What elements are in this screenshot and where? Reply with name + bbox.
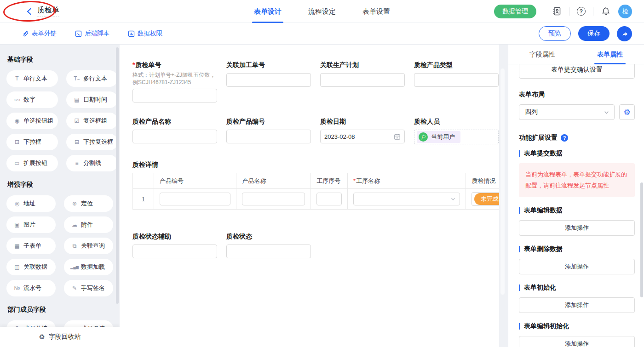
add-operation-button[interactable]: 添加操作 [519, 297, 635, 313]
field-inspect-date[interactable]: 质检日期 2023-02-08 [320, 118, 405, 144]
save-button[interactable]: 保存 [578, 26, 610, 41]
field-item-signature[interactable]: ✎手写签名 [64, 280, 113, 296]
help-icon[interactable]: ? [577, 7, 586, 16]
add-operation-button[interactable]: 添加操作 [519, 220, 635, 236]
checkbox-icon: ☑ [73, 118, 81, 124]
field-item-address[interactable]: ◎地址 [6, 195, 56, 212]
inspect-date-input[interactable]: 2023-02-08 [320, 130, 405, 143]
backend-script-link[interactable]: 后端脚本 [75, 29, 109, 38]
preview-button[interactable]: 预览 [539, 26, 571, 41]
tab-form-properties[interactable]: 表单属性 [597, 45, 623, 64]
field-inspect-detail-subform[interactable]: 质检详情 产品编号 产品名称 工序序号 *工序名称 质检情况 1 [132, 161, 499, 210]
field-status[interactable]: 质检状态 [226, 233, 311, 258]
inspector-input[interactable]: 户 当前用户 [414, 130, 499, 144]
form-external-link[interactable]: 表单外链 [22, 29, 57, 38]
data-permission-link[interactable]: 数据权限 [128, 29, 162, 38]
required-mark: * [132, 61, 135, 68]
field-item-subform[interactable]: ▦子表单 [6, 238, 56, 254]
status-input[interactable] [226, 245, 311, 258]
field-product-no[interactable]: 质检产品编号 [226, 118, 311, 144]
field-item-geolocation[interactable]: ⊕定位 [64, 195, 113, 212]
field-item-radio-group[interactable]: ◉单选按钮组 [6, 113, 58, 129]
field-item-divider[interactable]: ≡分割线 [66, 155, 118, 171]
tab-form-design[interactable]: 表单设计 [254, 0, 282, 23]
product-type-input[interactable] [414, 73, 499, 87]
section-form-submit-data: 表单提交数据 当前为流程表单，表单提交功能扩展的配置，请前往流程发起节点属性 [519, 149, 635, 197]
sidebar-scrollbar[interactable] [116, 47, 119, 304]
subform-row: 1 [133, 189, 499, 209]
field-item-multi-dropdown[interactable]: ⊟下拉复选框 [66, 134, 118, 150]
calendar-icon: ▤ [73, 97, 81, 103]
add-operation-button[interactable]: 添加操作 [519, 336, 635, 347]
product-no-input[interactable] [226, 130, 311, 143]
field-product-type[interactable]: 质检产品类型 [414, 61, 499, 102]
form-title: 质检单 [37, 6, 59, 17]
field-item-datetime[interactable]: ▤日期时间 [66, 91, 118, 108]
field-item-image[interactable]: ▣图片 [6, 216, 56, 233]
product-name-input[interactable] [132, 130, 217, 143]
column-header-inspect-status: 质检情况 [466, 173, 499, 189]
field-recycle-bin[interactable]: ♻ 字段回收站 [0, 327, 120, 347]
field-process-order[interactable]: 关联加工单号 [226, 61, 311, 102]
pen-icon: ✎ [70, 285, 79, 291]
data-manage-button[interactable]: 数据管理 [494, 5, 536, 18]
secondary-toolbar: 表单外链 后端脚本 数据权限 预览 保存 [0, 23, 644, 45]
inspect-no-input[interactable] [132, 89, 217, 102]
product-no-cell-input[interactable] [160, 193, 231, 205]
help-badge-icon[interactable]: ? [561, 134, 568, 142]
layout-select[interactable]: 四列 [519, 104, 615, 120]
process-order-input[interactable] [226, 73, 311, 87]
tab-form-setting[interactable]: 表单设置 [362, 0, 390, 23]
column-header-process-name: *工序名称 [348, 173, 466, 189]
contacts-book-icon[interactable] [552, 6, 562, 17]
field-item-extend-button[interactable]: ▭扩展按钮 [6, 155, 58, 171]
field-status-aux[interactable]: 质检状态辅助 [132, 233, 217, 258]
field-item-number[interactable]: 123数字 [6, 91, 58, 108]
back-button[interactable]: 质检单 [26, 6, 59, 17]
field-production-plan[interactable]: 关联生产计划 [320, 61, 405, 102]
layout-settings-button[interactable]: ⚙ [619, 104, 635, 120]
inspect-status-cell[interactable]: 未完成 [472, 192, 499, 206]
field-item-attachment[interactable]: ☁附件 [64, 216, 113, 233]
panel-scrollbar[interactable] [640, 182, 643, 297]
divider [544, 7, 544, 16]
share-button[interactable] [617, 26, 632, 41]
tab-field-properties[interactable]: 字段属性 [529, 45, 555, 64]
field-item-serial-number[interactable]: №流水号 [6, 280, 56, 296]
field-item-linked-data[interactable]: ◫关联数据 [6, 259, 56, 275]
field-inspect-no[interactable]: *质检单号 格式：计划单号+-ZJ随机五位数，例SCJH46781-ZJ1234… [132, 61, 217, 102]
field-product-name[interactable]: 质检产品名称 [132, 118, 217, 144]
current-user-tag: 户 当前用户 [417, 131, 460, 143]
column-header-process-seq: 工序序号 [311, 173, 348, 189]
multi-line-text-icon: T₌ [73, 75, 81, 82]
dropdown-icon: ⊡ [13, 139, 21, 145]
field-item-multi-line-text[interactable]: T₌多行文本 [66, 70, 118, 87]
section-marker [519, 207, 520, 214]
notifications-bell-icon[interactable] [601, 6, 611, 17]
canvas-gutter [499, 45, 508, 347]
field-item-dropdown[interactable]: ⊡下拉框 [6, 134, 58, 150]
field-item-linked-query[interactable]: ⧉关联查询 [64, 238, 113, 254]
submit-confirm-settings-button[interactable]: 表单提交确认设置 [519, 64, 635, 79]
field-item-checkbox-group[interactable]: ☑复选框组 [66, 113, 118, 129]
app-header: 质检单 表单设计 流程设定 表单设置 数据管理 ? [0, 0, 644, 23]
product-name-cell-input[interactable] [242, 193, 305, 205]
add-operation-button[interactable]: 添加操作 [519, 259, 635, 274]
user-avatar[interactable]: 检 [618, 5, 632, 18]
process-seq-cell-input[interactable] [316, 193, 342, 205]
production-plan-input[interactable] [320, 73, 405, 87]
permission-icon [128, 30, 135, 37]
tab-flow-setting[interactable]: 流程设定 [308, 0, 336, 23]
field-item-single-line-text[interactable]: T单行文本 [6, 70, 58, 87]
section-title-basic-fields: 基础字段 [7, 56, 113, 64]
field-item-data-load[interactable]: ▂▄▆数据加载 [64, 259, 113, 275]
subform-title: 质检详情 [132, 161, 499, 169]
date-value: 2023-02-08 [324, 133, 355, 140]
process-name-select[interactable] [353, 193, 460, 205]
status-aux-input[interactable] [132, 245, 217, 258]
field-inspector[interactable]: 质检人员 户 当前用户 [414, 118, 499, 144]
form-layout-label: 表单布局 [519, 91, 635, 99]
canvas-scrollbar[interactable] [500, 68, 505, 295]
linked-data-icon: ◫ [13, 264, 21, 270]
multi-dropdown-icon: ⊟ [73, 139, 81, 145]
